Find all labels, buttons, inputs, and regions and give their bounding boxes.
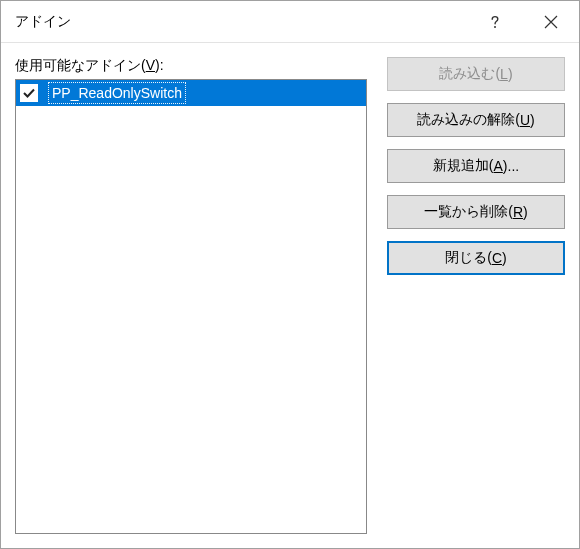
addin-name: PP_ReadOnlySwitch <box>48 82 186 104</box>
svg-point-0 <box>494 26 496 28</box>
button-column: 読み込む(L) 読み込みの解除(U) 新規追加(A)... 一覧から削除(R) … <box>387 57 565 534</box>
list-item[interactable]: PP_ReadOnlySwitch <box>16 80 366 106</box>
check-icon <box>22 86 36 100</box>
load-button[interactable]: 読み込む(L) <box>387 57 565 91</box>
close-button[interactable]: 閉じる(C) <box>387 241 565 275</box>
help-icon <box>488 15 502 29</box>
addins-dialog: アドイン 使用可能なアドイン(V): <box>0 0 580 549</box>
dialog-body: 使用可能なアドイン(V): PP_ReadOnlySwitch 読み込む(L) <box>1 43 579 548</box>
addin-checkbox[interactable] <box>20 84 38 102</box>
unload-button[interactable]: 読み込みの解除(U) <box>387 103 565 137</box>
close-window-button[interactable] <box>523 1 579 43</box>
left-pane: 使用可能なアドイン(V): PP_ReadOnlySwitch <box>15 57 367 534</box>
add-button[interactable]: 新規追加(A)... <box>387 149 565 183</box>
remove-button[interactable]: 一覧から削除(R) <box>387 195 565 229</box>
titlebar: アドイン <box>1 1 579 43</box>
available-addins-list[interactable]: PP_ReadOnlySwitch <box>15 79 367 534</box>
close-icon <box>544 15 558 29</box>
help-button[interactable] <box>467 1 523 43</box>
dialog-title: アドイン <box>15 13 467 31</box>
available-addins-label: 使用可能なアドイン(V): <box>15 57 367 75</box>
